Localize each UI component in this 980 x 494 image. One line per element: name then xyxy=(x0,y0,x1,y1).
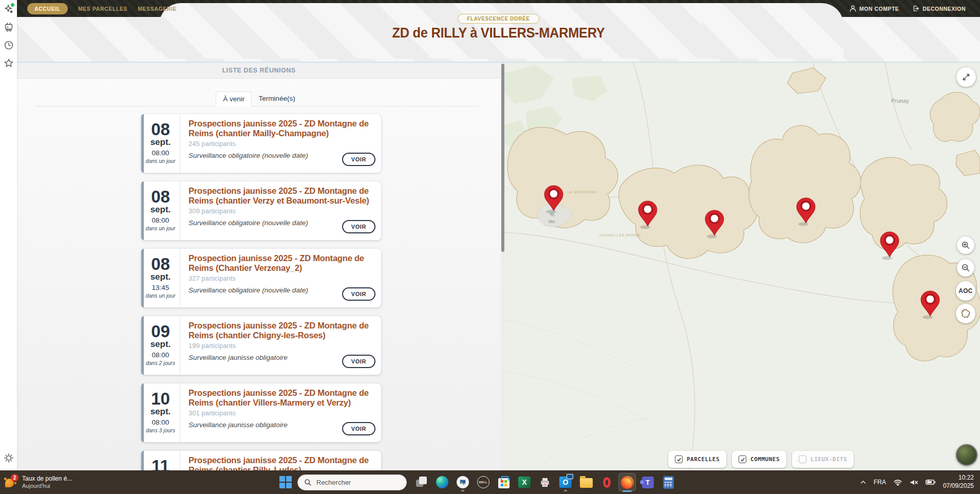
zoom-out-button[interactable] xyxy=(957,259,974,277)
tab-terminees[interactable]: Terminée(s) xyxy=(252,92,301,106)
meeting-relative-time: dans un jour xyxy=(141,158,180,164)
search-input[interactable] xyxy=(315,478,392,487)
meeting-title: Prospections jaunisse 2025 - ZD Montagne… xyxy=(189,119,374,138)
meeting-card[interactable]: 11 Prospections jaunisse 2025 - ZD Monta… xyxy=(141,451,381,470)
meeting-time: 08:00 xyxy=(141,351,180,359)
meeting-title: Prospections jaunisse 2025 - ZD Montagne… xyxy=(189,455,374,470)
map-canvas: Prunay LA MONTAGNE CHIGNY-LES-ROSES Ri M… xyxy=(505,63,980,470)
layer-label: PARCELLES xyxy=(687,456,720,463)
meeting-card[interactable]: 09 sept. 08:00 dans 2 jours Prospections… xyxy=(141,316,381,375)
tab-a-venir[interactable]: À venir xyxy=(216,92,252,106)
map-pin[interactable] xyxy=(880,232,899,260)
meeting-month: sept. xyxy=(141,407,180,417)
tray-chevron-icon[interactable] xyxy=(860,479,866,486)
voir-button[interactable]: VOIR xyxy=(342,287,375,301)
microsoft-store-icon[interactable] xyxy=(495,472,513,492)
meeting-card-body: Prospection jaunisse 2025 - ZD Montagne … xyxy=(180,249,381,307)
meeting-title: Prospections jaunisse 2025 - ZD Montagne… xyxy=(189,388,374,408)
gear-icon[interactable] xyxy=(2,451,15,464)
dell-icon[interactable]: DELL xyxy=(475,472,492,492)
flavescence-badge: FLAVESCENCE DORÉE xyxy=(458,14,539,24)
meeting-month: sept. xyxy=(141,340,180,350)
zoom-out-icon xyxy=(961,263,970,272)
weather-widget[interactable]: 2 Taux de pollen é... Aujourd'hui xyxy=(4,470,72,494)
keyboard-language[interactable]: FRA xyxy=(874,479,886,486)
map-label-la-montagne: LA MONTAGNE xyxy=(568,190,597,194)
meeting-date-block: 08 sept. 13:45 dans un jour xyxy=(141,249,180,307)
sparkles-icon[interactable] xyxy=(2,3,15,15)
excel-icon[interactable]: X xyxy=(516,472,533,492)
teams-icon[interactable]: T xyxy=(639,472,656,492)
widget-badge: 2 xyxy=(11,474,18,482)
outlook-icon[interactable]: O xyxy=(557,472,574,492)
meeting-card-body: Prospections jaunisse 2025 - ZD Montagne… xyxy=(180,114,381,173)
widget-title: Taux de pollen é... xyxy=(22,475,72,483)
edge-icon[interactable] xyxy=(434,472,451,492)
layer-button-lieux-dits[interactable]: LIEUX-DITS xyxy=(792,451,854,468)
running-indicator xyxy=(564,490,567,491)
aoc-button[interactable]: AOC xyxy=(956,281,975,301)
active-app-highlight xyxy=(618,473,636,491)
voir-button[interactable]: VOIR xyxy=(342,220,375,233)
calculator-icon[interactable] xyxy=(659,472,677,492)
machine-icon[interactable] xyxy=(2,21,15,33)
meeting-participants: 327 participants xyxy=(189,275,374,282)
voir-button[interactable]: VOIR xyxy=(342,153,375,166)
app-screen: ACCUEIL MES PARCELLES MESSAGERIE MON COM… xyxy=(0,0,980,494)
map-contours xyxy=(505,320,669,470)
search-icon xyxy=(304,479,312,486)
meeting-date-block: 10 sept. 08:00 dans 3 jours xyxy=(141,383,180,442)
layer-button-parcelles[interactable]: PARCELLES xyxy=(668,451,726,468)
meeting-date-block: 08 sept. 08:00 dans un jour xyxy=(141,181,180,240)
meeting-participants: 245 participants xyxy=(189,140,374,148)
voir-button[interactable]: VOIR xyxy=(342,355,375,368)
clock-datetime[interactable]: 10:22 07/09/2025 xyxy=(943,474,974,490)
meeting-relative-time: dans un jour xyxy=(141,225,180,231)
meeting-date-block: 11 xyxy=(141,451,180,470)
task-view-icon[interactable] xyxy=(413,472,430,492)
wifi-icon[interactable] xyxy=(893,478,902,486)
meeting-day: 08 xyxy=(141,255,180,272)
taskbar-search[interactable] xyxy=(297,474,407,490)
header-zone: ACCUEIL MES PARCELLES MESSAGERIE MON COM… xyxy=(17,0,980,62)
zoom-in-button[interactable] xyxy=(957,236,974,254)
meeting-card[interactable]: 08 sept. 13:45 dans un jour Prospection … xyxy=(141,249,381,307)
star-icon[interactable] xyxy=(2,57,15,69)
volume-muted-icon[interactable] xyxy=(910,479,918,486)
system-tray: FRA 10:22 07/09/2025 xyxy=(860,470,980,494)
meeting-card[interactable]: 10 sept. 08:00 dans 3 jours Prospections… xyxy=(141,383,381,442)
map-vineyard-parcels xyxy=(507,68,980,361)
meeting-title: Prospection jaunisse 2025 - ZD Montagne … xyxy=(189,253,374,273)
battery-icon[interactable] xyxy=(926,479,936,486)
france-outline-icon xyxy=(960,308,971,319)
opera-icon[interactable] xyxy=(598,472,615,492)
file-explorer-icon[interactable] xyxy=(577,472,595,492)
start-button[interactable] xyxy=(279,475,292,489)
fullscreen-button[interactable] xyxy=(956,67,976,87)
notification-dot xyxy=(11,3,14,7)
photos-app-icon[interactable] xyxy=(454,472,472,492)
meeting-relative-time: dans 3 jours xyxy=(141,427,180,433)
meeting-card-body: Prospections jaunisse 2025 - ZD Montagne… xyxy=(180,383,381,442)
meeting-card[interactable]: 08 sept. 08:00 dans un jour Prospections… xyxy=(141,114,381,173)
tray-time: 10:22 xyxy=(943,474,974,482)
meeting-date-block: 09 sept. 08:00 dans 2 jours xyxy=(141,316,180,375)
meeting-month: sept. xyxy=(141,138,180,148)
scrollbar-thumb[interactable] xyxy=(501,64,504,252)
meeting-participants: 199 participants xyxy=(189,342,374,350)
clock-icon[interactable] xyxy=(2,39,15,51)
meeting-relative-time: dans un jour xyxy=(141,292,180,299)
meeting-day: 08 xyxy=(141,121,180,138)
printer-icon[interactable] xyxy=(536,472,554,492)
layer-button-communes[interactable]: COMMUNES xyxy=(732,451,786,468)
satellite-layer-thumbnail[interactable] xyxy=(956,444,977,466)
left-sidebar xyxy=(0,0,17,470)
meeting-card[interactable]: 08 sept. 08:00 dans un jour Prospections… xyxy=(141,181,381,240)
voir-button[interactable]: VOIR xyxy=(342,422,375,435)
meeting-day: 10 xyxy=(141,390,180,407)
map-panel[interactable]: Prunay LA MONTAGNE CHIGNY-LES-ROSES Ri M… xyxy=(505,63,980,470)
active-indicator xyxy=(623,490,632,492)
france-outline-button[interactable] xyxy=(956,304,975,323)
meeting-participants: 301 participants xyxy=(189,409,374,417)
firefox-icon[interactable] xyxy=(618,472,636,492)
